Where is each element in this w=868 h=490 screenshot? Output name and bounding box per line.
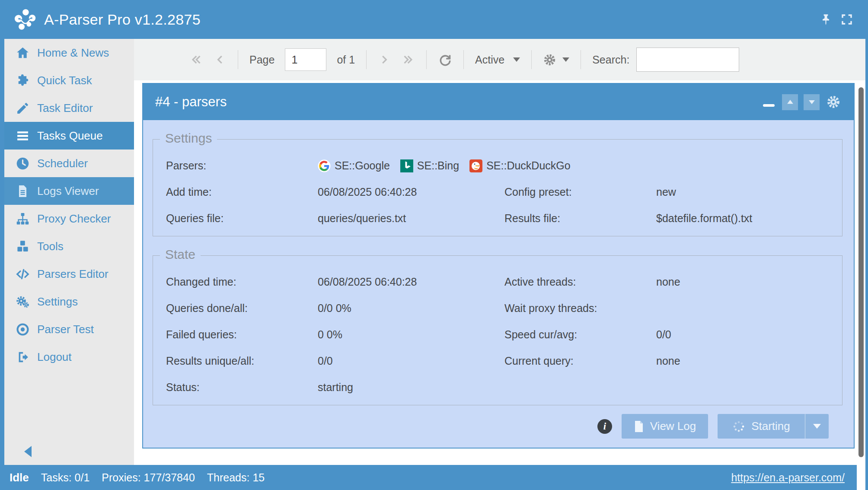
field-label: Changed time: xyxy=(166,276,318,288)
field-label: Add time: xyxy=(166,186,318,198)
window-right-border xyxy=(865,39,868,490)
minimize-icon[interactable] xyxy=(761,94,776,110)
clock-icon xyxy=(15,156,30,171)
sidebar-item-settings[interactable]: Settings xyxy=(4,288,134,315)
info-icon[interactable]: i xyxy=(597,419,612,434)
parser-name: SE::DuckDuckGo xyxy=(486,159,571,172)
status-proxies: Proxies: 177/37840 xyxy=(102,471,195,484)
sidebar-item-quick-task[interactable]: Quick Task xyxy=(4,67,134,94)
sidebar-item-label: Task Editor xyxy=(37,102,93,115)
state-row: Changed time: 06/08/2025 06:40:28 Active… xyxy=(153,269,842,295)
sidebar-item-label: Quick Task xyxy=(37,74,92,87)
pin-icon[interactable] xyxy=(819,13,833,26)
caret-down-icon xyxy=(562,57,569,62)
status-threads: Threads: 15 xyxy=(207,471,265,484)
sidebar-item-tasks-queue[interactable]: Tasks Queue xyxy=(4,122,134,150)
app-header: A-Parser Pro v1.2.2875 xyxy=(0,0,868,39)
sidebar-item-task-editor[interactable]: Task Editor xyxy=(4,94,134,122)
state-section: State Changed time: 06/08/2025 06:40:28 … xyxy=(153,255,842,405)
task-panel-header: #4 - parsers xyxy=(143,84,854,120)
field-label: Results file: xyxy=(504,212,656,225)
field-value: 0 0% xyxy=(318,328,504,341)
parser-name: SE::Google xyxy=(335,159,390,172)
task-status-filter-dropdown[interactable]: Active xyxy=(475,54,520,66)
move-down-icon[interactable] xyxy=(804,94,820,110)
sidebar-item-label: Parsers Editor xyxy=(37,267,108,281)
sidebar-item-parsers-editor[interactable]: Parsers Editor xyxy=(4,260,134,288)
settings-section-legend: Settings xyxy=(160,131,217,146)
parser-chip: SE::DuckDuckGo xyxy=(469,159,571,172)
settings-row: Add time: 06/08/2025 06:40:28 Config pre… xyxy=(153,179,842,205)
sidebar-item-label: Tasks Queue xyxy=(37,129,103,143)
view-log-doc-icon xyxy=(634,420,644,433)
starting-dropdown-caret[interactable] xyxy=(805,414,829,439)
duckduckgo-icon xyxy=(469,159,482,172)
app-window: A-Parser Pro v1.2.2875 Home & News Quick… xyxy=(0,0,868,490)
status-bar: Idle Tasks: 0/1 Proxies: 177/37840 Threa… xyxy=(0,465,857,490)
field-label: Config preset: xyxy=(504,186,656,198)
sidebar-item-label: Home & News xyxy=(37,46,109,60)
prev-page-icon[interactable] xyxy=(214,53,227,66)
task-status-filter-value: Active xyxy=(475,54,504,66)
field-label: Queries done/all: xyxy=(166,302,318,315)
caret-down-icon xyxy=(813,424,821,429)
field-value: none xyxy=(656,276,842,288)
document-icon xyxy=(15,183,30,199)
sidebar-item-parser-test[interactable]: Parser Test xyxy=(4,315,134,343)
sidebar-item-label: Tools xyxy=(37,240,64,253)
last-page-icon[interactable] xyxy=(402,53,415,66)
search-input[interactable] xyxy=(636,48,739,72)
caret-down-icon xyxy=(513,57,520,62)
move-up-icon[interactable] xyxy=(782,94,798,110)
field-value: new xyxy=(656,186,842,198)
field-value: 0/0 xyxy=(656,328,842,341)
app-title: A-Parser Pro v1.2.2875 xyxy=(44,11,201,28)
status-tasks: Tasks: 0/1 xyxy=(41,471,90,484)
task-panel: #4 - parsers Settings xyxy=(142,83,855,449)
parser-chip: SE::Bing xyxy=(400,159,459,172)
vertical-scrollbar xyxy=(857,80,865,490)
sidebar-item-logout[interactable]: Logout xyxy=(4,343,134,371)
list-icon xyxy=(15,128,30,143)
home-icon xyxy=(15,45,30,60)
settings-row: Queries file: queries/queries.txt Result… xyxy=(153,205,842,232)
sidebar-item-proxy-checker[interactable]: Proxy Checker xyxy=(4,205,134,232)
starting-button[interactable]: Starting xyxy=(718,414,805,439)
first-page-icon[interactable] xyxy=(189,53,202,66)
gear-icon xyxy=(543,53,556,67)
cubes-icon xyxy=(15,239,30,254)
next-page-icon[interactable] xyxy=(378,53,391,66)
field-value: 0/0 0% xyxy=(318,302,504,315)
page-number-input[interactable] xyxy=(285,48,326,71)
refresh-icon[interactable] xyxy=(438,53,452,67)
bullseye-icon xyxy=(15,321,30,337)
field-value: 0/0 xyxy=(318,355,504,367)
sidebar-item-label: Proxy Checker xyxy=(37,212,111,226)
scrollbar-thumb[interactable] xyxy=(858,87,864,457)
page-label: Page xyxy=(249,54,274,66)
pencil-icon xyxy=(15,100,30,116)
view-log-button[interactable]: View Log xyxy=(622,414,708,439)
a-parser-site-link[interactable]: https://en.a-parser.com/ xyxy=(731,471,845,484)
parser-chip: SE::Google xyxy=(318,159,390,172)
sidebar-item-label: Scheduler xyxy=(37,157,88,170)
page-count-label: of 1 xyxy=(337,54,355,66)
search-label: Search: xyxy=(592,54,629,66)
sidebar-item-tools[interactable]: Tools xyxy=(4,232,134,260)
parsers-label: Parsers: xyxy=(166,159,318,172)
field-value: 06/08/2025 06:40:28 xyxy=(318,276,504,288)
toolbar-settings-dropdown[interactable] xyxy=(543,53,569,67)
sidebar-item-home-news[interactable]: Home & News xyxy=(4,39,134,67)
sidebar-collapse-icon[interactable] xyxy=(24,446,32,457)
tasks-queue-content: #4 - parsers Settings xyxy=(134,80,857,465)
fullscreen-icon[interactable] xyxy=(840,13,853,26)
sidebar-item-scheduler[interactable]: Scheduler xyxy=(4,150,134,177)
field-label: Results unique/all: xyxy=(166,355,318,367)
field-value: queries/queries.txt xyxy=(318,212,504,225)
sidebar-item-label: Parser Test xyxy=(37,323,94,336)
sidebar-item-label: Logout xyxy=(37,350,72,364)
field-value: none xyxy=(656,355,842,367)
sidebar-item-logs-viewer[interactable]: Logs Viewer xyxy=(4,177,134,205)
panel-gear-icon[interactable] xyxy=(825,94,842,110)
field-value: starting xyxy=(318,381,504,394)
